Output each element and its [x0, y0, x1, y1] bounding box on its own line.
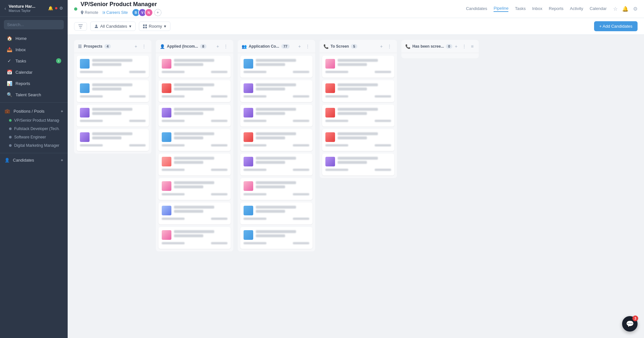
- table-row[interactable]: [159, 105, 231, 127]
- col-menu-button-application-complete[interactable]: ⋮: [304, 43, 311, 50]
- col-add-button-prospects[interactable]: +: [133, 43, 139, 50]
- add-candidates-button[interactable]: + Add Candidates: [594, 21, 638, 31]
- table-row[interactable]: [77, 129, 149, 151]
- card-meta: [162, 169, 227, 172]
- careers-site-link[interactable]: Careers Site: [102, 10, 128, 15]
- filter-icon-button[interactable]: [74, 22, 87, 31]
- gear-icon[interactable]: ⚙: [633, 6, 638, 12]
- col-add-button-application-complete[interactable]: +: [297, 43, 302, 50]
- avatar: [325, 59, 335, 69]
- sidebar-item-home[interactable]: 🏠 Home: [2, 33, 66, 44]
- col-title-text-application-complete: Application Co...: [249, 44, 279, 49]
- positions-icon: 💼: [5, 108, 10, 114]
- table-row[interactable]: [159, 227, 231, 249]
- avatar: [162, 230, 171, 240]
- card-meta: [162, 120, 227, 123]
- candidates-filter-button[interactable]: All Candidates ▾: [90, 22, 136, 31]
- table-row[interactable]: [322, 105, 394, 127]
- top-nav-right: Candidates Pipeline Tasks Inbox Reports …: [466, 6, 638, 12]
- nav-inbox[interactable]: Inbox: [532, 6, 543, 12]
- col-title-to-screen: 📞To Screen5: [323, 44, 357, 49]
- sidebar-item-calendar[interactable]: 📅 Calendar: [2, 67, 66, 78]
- table-row[interactable]: [159, 154, 231, 175]
- table-row[interactable]: [159, 178, 231, 200]
- position-dot-2: [9, 136, 12, 138]
- calendar-label: Calendar: [15, 70, 33, 75]
- table-row[interactable]: [77, 80, 149, 102]
- table-row[interactable]: [159, 56, 231, 78]
- sidebar-item-talent-search[interactable]: 🔍 Talent Search: [2, 89, 66, 100]
- card-meta: [162, 95, 227, 99]
- view-filter-button[interactable]: Roomy ▾: [139, 22, 170, 31]
- table-row[interactable]: [240, 129, 312, 151]
- card-tag: [244, 218, 266, 220]
- table-row[interactable]: [240, 227, 312, 249]
- candidates-section-header[interactable]: 👤 Candidates +: [0, 155, 68, 165]
- col-add-button-to-screen[interactable]: +: [379, 43, 384, 50]
- bell-icon[interactable]: 🔔: [622, 6, 629, 12]
- table-row[interactable]: [159, 202, 231, 224]
- table-row[interactable]: [240, 105, 312, 127]
- careers-site-text[interactable]: Careers Site: [106, 10, 128, 15]
- back-arrow[interactable]: ‹: [5, 6, 6, 11]
- nav-candidates[interactable]: Candidates: [466, 6, 487, 12]
- settings-icon[interactable]: ⚙: [59, 6, 63, 11]
- table-row[interactable]: [322, 129, 394, 151]
- card-score: [129, 95, 146, 98]
- positions-add-badge[interactable]: +: [61, 109, 63, 114]
- positions-label: Positions / Pools: [14, 109, 44, 114]
- col-menu-button-prospects[interactable]: ⋮: [140, 43, 148, 50]
- card-score: [293, 218, 309, 220]
- card-name-line: [174, 206, 214, 209]
- table-row[interactable]: [240, 202, 312, 224]
- col-menu-button-applied[interactable]: ⋮: [222, 43, 229, 50]
- star-icon[interactable]: ☆: [613, 6, 618, 12]
- card-name-line: [256, 230, 296, 233]
- table-row[interactable]: [240, 154, 312, 175]
- col-add-button-applied[interactable]: +: [215, 43, 220, 50]
- nav-activity[interactable]: Activity: [570, 6, 583, 12]
- card-score: [211, 71, 227, 73]
- nav-calendar[interactable]: Calendar: [590, 6, 607, 12]
- chat-bubble[interactable]: 💬 3: [622, 316, 638, 332]
- list-view-button[interactable]: ≡: [470, 43, 475, 50]
- card-meta: [325, 71, 391, 74]
- card-name-line: [256, 108, 296, 111]
- table-row[interactable]: [159, 129, 231, 151]
- sidebar-item-reports[interactable]: 📊 Reports: [2, 78, 66, 89]
- card-tag: [162, 193, 185, 195]
- table-row[interactable]: [240, 178, 312, 200]
- card-name-line: [174, 59, 214, 62]
- col-add-button-has-been-screened[interactable]: +: [454, 43, 459, 50]
- add-avatar-button[interactable]: +: [154, 9, 161, 16]
- table-row[interactable]: [322, 56, 394, 78]
- table-row[interactable]: [77, 56, 149, 78]
- table-row[interactable]: [159, 80, 231, 102]
- nav-tasks[interactable]: Tasks: [515, 6, 525, 12]
- card-score: [129, 71, 146, 73]
- view-dropdown-icon: ▾: [164, 24, 166, 29]
- col-menu-button-has-been-screened[interactable]: ⋮: [461, 43, 468, 50]
- nav-reports[interactable]: Reports: [549, 6, 564, 12]
- col-menu-button-to-screen[interactable]: ⋮: [386, 43, 393, 50]
- position-item-0[interactable]: VP/Senior Product Manager: [0, 116, 68, 125]
- sidebar-item-tasks[interactable]: ✓ Tasks +: [2, 55, 66, 66]
- table-row[interactable]: [77, 105, 149, 127]
- table-row[interactable]: [240, 80, 312, 102]
- col-title-text-applied: Applied (Incom...: [167, 44, 198, 49]
- position-item-3[interactable]: Digital Marketing Manager: [0, 141, 68, 150]
- candidates-add-badge[interactable]: +: [61, 158, 63, 163]
- notification-icon[interactable]: 🔔: [48, 6, 53, 11]
- sidebar-item-inbox[interactable]: 📥 Inbox: [2, 44, 66, 55]
- avatar: [244, 83, 253, 93]
- card-tag: [80, 71, 103, 73]
- table-row[interactable]: [240, 56, 312, 78]
- position-item-2[interactable]: Software Engineer: [0, 133, 68, 141]
- positions-header[interactable]: 💼 Positions / Pools +: [0, 106, 68, 116]
- table-row[interactable]: [322, 154, 394, 175]
- nav-pipeline[interactable]: Pipeline: [494, 6, 508, 12]
- table-row[interactable]: [322, 80, 394, 102]
- avatar: [80, 108, 90, 117]
- search-input[interactable]: [4, 20, 64, 29]
- position-item-1[interactable]: Fullstack Developer (Tech...: [0, 125, 68, 133]
